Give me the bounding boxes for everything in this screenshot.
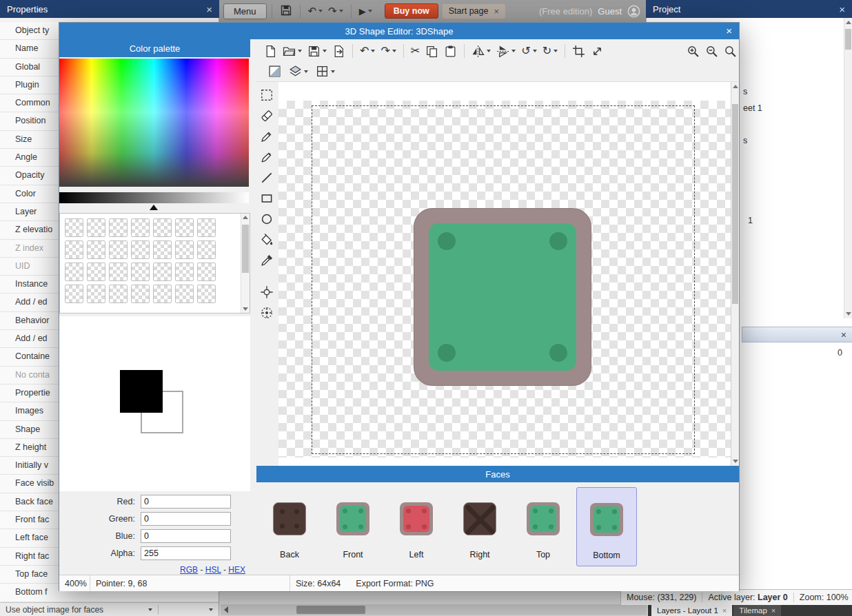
user-icon[interactable] xyxy=(627,5,640,18)
close-icon[interactable]: × xyxy=(771,606,775,615)
scroll-down-icon[interactable] xyxy=(733,460,738,463)
green-input[interactable] xyxy=(141,512,231,526)
color-swatch[interactable] xyxy=(87,285,105,303)
close-icon[interactable]: × xyxy=(206,3,212,15)
alpha-input[interactable] xyxy=(141,546,231,560)
face-image[interactable] xyxy=(414,209,591,385)
redo-button[interactable]: ↷ xyxy=(325,5,346,17)
color-swatch[interactable] xyxy=(65,240,83,259)
pen-button[interactable] xyxy=(259,150,274,165)
color-swatch[interactable] xyxy=(197,285,216,303)
crop-button[interactable] xyxy=(570,42,587,60)
undo-button[interactable]: ↶ xyxy=(305,5,326,17)
vertical-scrollbar[interactable] xyxy=(731,82,739,466)
red-input[interactable] xyxy=(141,495,231,509)
fill-button[interactable] xyxy=(259,232,274,247)
open-button[interactable] xyxy=(281,42,304,60)
ellipse-button[interactable] xyxy=(259,212,274,227)
blue-input[interactable] xyxy=(141,529,231,543)
save-button[interactable] xyxy=(305,42,329,60)
color-swatch[interactable] xyxy=(153,218,172,237)
project-tree-item[interactable]: s xyxy=(743,87,747,96)
color-swatch[interactable] xyxy=(175,285,194,303)
cut-button[interactable]: ✂ xyxy=(409,42,422,60)
color-swatch[interactable] xyxy=(87,218,105,237)
slider-marker-icon[interactable] xyxy=(150,205,158,210)
face-item-right[interactable]: Right xyxy=(449,487,510,566)
color-swatch[interactable] xyxy=(109,263,128,281)
export-button[interactable] xyxy=(330,42,347,60)
color-swatch[interactable] xyxy=(87,263,105,281)
color-swatch[interactable] xyxy=(197,240,216,259)
image-points-button[interactable] xyxy=(259,305,274,320)
grayscale-slider[interactable] xyxy=(59,192,249,203)
scroll-down-icon[interactable] xyxy=(846,312,851,316)
color-swatch[interactable] xyxy=(197,263,216,281)
dialog-titlebar[interactable]: 3D Shape Editor: 3DShape × xyxy=(59,23,739,39)
color-swatch[interactable] xyxy=(131,240,150,259)
close-icon[interactable]: × xyxy=(839,3,845,15)
eyedropper-button[interactable] xyxy=(259,253,274,268)
scroll-up-icon[interactable] xyxy=(243,216,248,219)
preview-button[interactable]: ▶ xyxy=(356,6,375,17)
background-button[interactable] xyxy=(266,63,283,81)
scroll-up-icon[interactable] xyxy=(733,85,738,88)
face-item-top[interactable]: Top xyxy=(513,487,574,566)
paste-button[interactable] xyxy=(442,42,459,60)
color-swatch[interactable] xyxy=(175,218,194,237)
color-swatch[interactable] xyxy=(65,285,83,303)
color-swatch[interactable] xyxy=(131,263,150,281)
zoom-fit-button[interactable] xyxy=(722,42,739,60)
layers-button[interactable] xyxy=(287,63,310,81)
copy-button[interactable] xyxy=(423,42,440,60)
zoom-in-button[interactable] xyxy=(684,42,702,60)
scrollbar-thumb[interactable] xyxy=(296,606,365,614)
new-button[interactable] xyxy=(262,42,279,60)
color-swatch[interactable] xyxy=(109,218,128,237)
tab-layers-layout-1[interactable]: Layers - Layout 1 × xyxy=(651,605,732,616)
image-canvas[interactable] xyxy=(278,82,739,466)
close-icon[interactable]: × xyxy=(722,606,727,615)
faces-image-dropdown[interactable]: Use object image for faces xyxy=(0,602,219,616)
tab-start-page[interactable]: Start page × xyxy=(443,4,505,19)
redo-button[interactable]: ↷ xyxy=(378,42,398,60)
vertical-scrollbar[interactable] xyxy=(844,18,852,318)
color-swatch[interactable] xyxy=(65,263,83,281)
vertical-scrollbar[interactable] xyxy=(241,214,250,313)
rotate-ccw-button[interactable]: ↺ xyxy=(519,42,538,60)
tab-tilemap[interactable]: Tilemap × xyxy=(733,605,781,616)
resize-button[interactable] xyxy=(589,42,606,60)
face-item-back[interactable]: Back xyxy=(259,487,320,566)
color-swatch[interactable] xyxy=(153,263,172,281)
close-icon[interactable]: × xyxy=(494,6,499,17)
project-tree-item[interactable]: 1 xyxy=(748,216,753,225)
scroll-left-icon[interactable] xyxy=(224,606,228,613)
project-tree-item[interactable]: s xyxy=(743,136,747,145)
scrollbar-thumb[interactable] xyxy=(732,104,738,304)
pencil-button[interactable] xyxy=(259,129,274,144)
menu-button[interactable]: Menu xyxy=(223,3,267,19)
flip-vertical-button[interactable] xyxy=(494,42,518,60)
face-item-bottom[interactable]: Bottom xyxy=(576,487,637,566)
color-swatch[interactable] xyxy=(109,285,128,303)
color-swatch[interactable] xyxy=(197,218,216,237)
rectangle-button[interactable] xyxy=(259,191,274,206)
close-icon[interactable]: × xyxy=(726,25,732,37)
select-button[interactable] xyxy=(259,88,274,103)
color-swatch[interactable] xyxy=(65,218,83,237)
link-hsl[interactable]: HSL xyxy=(205,565,221,575)
link-rgb[interactable]: RGB xyxy=(180,565,198,575)
zoom-out-button[interactable] xyxy=(703,42,720,60)
color-swatch[interactable] xyxy=(175,240,194,259)
color-gradient-picker[interactable] xyxy=(59,59,249,187)
line-button[interactable] xyxy=(259,170,274,185)
color-swatch[interactable] xyxy=(175,263,194,281)
origin-button[interactable] xyxy=(259,285,274,300)
flip-horizontal-button[interactable] xyxy=(469,42,493,60)
rotate-cw-button[interactable]: ↻ xyxy=(540,42,560,60)
color-swatch[interactable] xyxy=(153,285,172,303)
horizontal-scrollbar[interactable] xyxy=(221,604,647,615)
scrollbar-thumb[interactable] xyxy=(242,225,249,273)
project-tree-item[interactable]: eet 1 xyxy=(743,103,762,113)
eraser-button[interactable] xyxy=(259,108,274,123)
